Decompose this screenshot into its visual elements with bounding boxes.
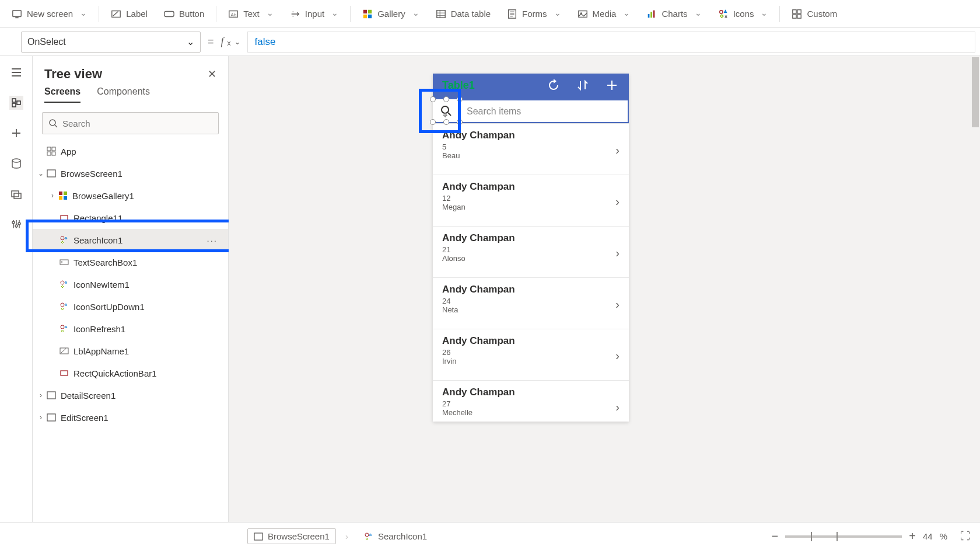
forms-icon [507, 9, 517, 19]
left-rail [0, 56, 33, 522]
tree-search-input[interactable] [62, 119, 212, 128]
svg-rect-46 [47, 392, 55, 399]
gallery-item[interactable]: Andy Champan5Beau› [433, 124, 629, 175]
media-button[interactable]: Media [570, 5, 638, 23]
expand-icon[interactable]: › [36, 391, 46, 399]
zoom-out-button[interactable]: − [772, 530, 779, 543]
tree-node-app[interactable]: App [33, 140, 228, 162]
tree-node-lblapp[interactable]: LblAppName1 [33, 340, 228, 362]
search-icon-control[interactable]: ✥ [433, 99, 460, 123]
tree-label: Rectangle11 [74, 213, 123, 223]
svg-rect-9 [368, 14, 372, 18]
more-icon[interactable]: ··· [206, 235, 218, 245]
tree-node-editscreen[interactable]: › EditScreen1 [33, 406, 228, 429]
formula-input[interactable]: false [247, 32, 975, 53]
tree-node-searchicon[interactable]: SearchIcon1 ··· [33, 229, 228, 251]
chevron-right-icon[interactable]: › [615, 401, 620, 414]
close-icon[interactable]: ✕ [208, 68, 216, 81]
chevron-right-icon[interactable]: › [615, 298, 620, 311]
svg-point-41 [61, 281, 64, 284]
svg-rect-40 [60, 260, 68, 264]
tree-node-browsegallery[interactable]: › BrowseGallery1 [33, 185, 228, 207]
gallery-item-line2: Megan [442, 203, 620, 211]
fit-to-window-icon[interactable]: ⛶ [960, 530, 971, 542]
gallery[interactable]: Andy Champan5Beau›Andy Champan12Megan›An… [433, 124, 629, 422]
breadcrumb-screen[interactable]: BrowseScreen1 [247, 528, 336, 544]
hamburger-icon[interactable] [9, 65, 23, 79]
property-selector[interactable]: OnSelect ⌄ [21, 32, 201, 53]
svg-rect-47 [47, 414, 55, 421]
screen-icon [46, 169, 57, 178]
sort-icon[interactable] [576, 79, 589, 95]
screen-icon [254, 532, 263, 541]
canvas[interactable]: Table1 ✥ Search items [229, 56, 980, 522]
text-button[interactable]: Ab Text [221, 5, 281, 23]
scrollbar-thumb[interactable] [972, 57, 979, 127]
add-icon[interactable] [606, 79, 618, 95]
charts-button[interactable]: Charts [639, 5, 708, 23]
gallery-button[interactable]: Gallery [355, 5, 426, 23]
tree-node-rectangle[interactable]: Rectangle11 [33, 207, 228, 229]
tree-node-browsescreen[interactable]: ⌄ BrowseScreen1 [33, 162, 228, 185]
data-table-button[interactable]: Data table [429, 5, 498, 23]
equals-sign: = [208, 36, 214, 48]
tree-node-iconnew[interactable]: IconNewItem1 [33, 273, 228, 295]
tree-node-textsearch[interactable]: TextSearchBox1 [33, 251, 228, 273]
tree-node-iconsort[interactable]: IconSortUpDown1 [33, 295, 228, 318]
gallery-item-line1: 21 [442, 245, 620, 254]
forms-button[interactable]: Forms [500, 5, 568, 23]
collapse-icon[interactable]: ⌄ [36, 169, 46, 177]
fx-button[interactable]: fx ⌄ [221, 36, 240, 48]
zoom-in-button[interactable]: + [909, 530, 916, 543]
media-rail-icon[interactable] [9, 187, 23, 201]
tab-screens[interactable]: Screens [44, 86, 80, 103]
chevron-right-icon[interactable]: › [615, 349, 620, 363]
add-icon[interactable] [9, 126, 23, 140]
tab-components[interactable]: Components [97, 86, 150, 103]
data-icon[interactable] [9, 156, 23, 170]
advanced-icon[interactable] [9, 217, 23, 231]
gallery-item[interactable]: Andy Champan21Alonso› [433, 227, 629, 278]
shape-icon [58, 368, 70, 378]
formula-text: false [255, 36, 276, 48]
svg-rect-3 [164, 11, 174, 16]
chevron-right-icon[interactable]: › [615, 195, 620, 208]
expand-icon[interactable]: › [48, 192, 57, 200]
separator [350, 6, 351, 22]
tree-node-iconrefresh[interactable]: IconRefresh1 [33, 318, 228, 340]
tree-view-icon[interactable] [9, 96, 23, 110]
gallery-item[interactable]: Andy Champan26Irvin› [433, 329, 629, 381]
app-preview[interactable]: Table1 ✥ Search items [433, 74, 629, 422]
gallery-item-line2: Alonso [442, 254, 620, 263]
expand-icon[interactable]: › [36, 413, 46, 422]
search-input[interactable]: Search items [460, 99, 629, 123]
label-button[interactable]: Label [104, 5, 155, 23]
refresh-icon[interactable] [547, 79, 560, 95]
move-icon[interactable]: ✥ [443, 112, 447, 119]
breadcrumb-control[interactable]: SearchIcon1 [358, 528, 433, 544]
svg-rect-37 [64, 196, 67, 200]
svg-rect-8 [363, 14, 367, 18]
input-button[interactable]: Input [283, 5, 345, 23]
icons-button[interactable]: Icons [711, 5, 775, 23]
gallery-item[interactable]: Andy Champan24Neta› [433, 278, 629, 329]
custom-button[interactable]: Custom [785, 5, 844, 23]
gallery-item[interactable]: Andy Champan12Megan› [433, 175, 629, 227]
svg-point-27 [18, 222, 20, 225]
chevron-right-icon[interactable]: › [615, 246, 620, 260]
tree-search[interactable] [42, 112, 219, 134]
button-button[interactable]: Button [157, 5, 211, 23]
chevron-right-icon[interactable]: › [615, 144, 620, 157]
vertical-scrollbar[interactable] [971, 56, 980, 522]
svg-rect-7 [368, 9, 372, 13]
separator [99, 6, 99, 22]
new-screen-button[interactable]: New screen [5, 5, 94, 23]
tree-node-detailscreen[interactable]: › DetailScreen1 [33, 384, 228, 406]
tree-node-rectquick[interactable]: RectQuickActionBar1 [33, 362, 228, 384]
gallery-item-line2: Beau [442, 151, 620, 160]
zoom-slider[interactable] [785, 535, 902, 538]
gallery-item-line1: 5 [442, 142, 620, 151]
label-icon [58, 346, 70, 356]
svg-point-22 [12, 159, 20, 162]
gallery-item[interactable]: Andy Champan27Mechelle› [433, 381, 629, 422]
